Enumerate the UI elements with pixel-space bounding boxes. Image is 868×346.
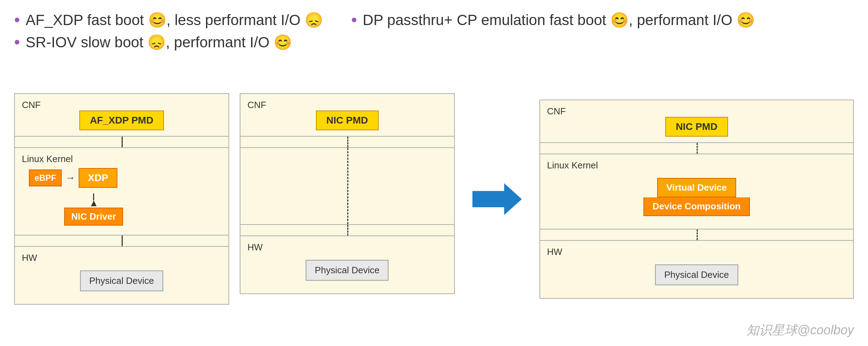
arrow-up-head — [91, 201, 97, 206]
diagram1-ebpf-xdp-row: eBPF → XDP — [29, 168, 117, 188]
bullet-item-1: • AF_XDP fast boot 😊, less performant I/… — [14, 11, 323, 30]
bullets-right: • DP passthru+ CP emulation fast boot 😊,… — [351, 11, 755, 52]
diagram1-hw-label: HW — [22, 252, 37, 263]
diagram1-cnf-layer: CNF AF_XDP PMD — [14, 93, 229, 137]
page-container: • AF_XDP fast boot 😊, less performant I/… — [0, 0, 868, 346]
bullets-row: • AF_XDP fast boot 😊, less performant I/… — [14, 11, 854, 52]
bullet-text-1: AF_XDP fast boot 😊, less performant I/O … — [26, 11, 323, 30]
diagram2-dashed-top — [347, 137, 348, 147]
diagram2-connector-top — [240, 137, 455, 147]
diagram1-ebpf-box: eBPF — [29, 169, 62, 186]
diagram3-connector-top — [539, 143, 854, 154]
diagram3-virtual-device-box: Virtual Device — [657, 178, 736, 197]
bullet-dot-2: • — [14, 34, 20, 50]
diagram3-cnf-inner: NIC PMD — [547, 117, 846, 137]
watermark: 知识星球@coolboy — [746, 322, 854, 339]
diagram1-physical-device-box: Physical Device — [80, 270, 163, 291]
diagram-3: CNF NIC PMD Linux Kernel Virtua — [539, 100, 854, 299]
diagram3-cnf-layer: CNF NIC PMD — [539, 100, 854, 143]
diagram1-cnf-label: CNF — [22, 100, 41, 110]
diagram3-kernel-label: Linux Kernel — [547, 160, 598, 171]
diagram2-physical-device-box: Physical Device — [306, 260, 389, 281]
bullet-text-3: DP passthru+ CP emulation fast boot 😊, p… — [363, 11, 755, 30]
diagram2-cnf-label: CNF — [247, 100, 266, 110]
diagram3-device-composition-box: Device Composition — [643, 197, 750, 216]
diagram2-dashed-bot — [347, 225, 348, 235]
arrow-container — [469, 183, 525, 215]
diagram3-dashed-bot — [697, 229, 698, 240]
diagram1-hw-layer: HW Physical Device — [14, 246, 229, 305]
diagram3-nic-pmd-box: NIC PMD — [665, 117, 728, 137]
diagram3-kernel-content: Virtual Device Device Composition — [547, 171, 846, 223]
diagram1-cnf-inner: AF_XDP PMD — [22, 111, 221, 130]
diagrams-row: CNF AF_XDP PMD Linux Kernel eBPF — [14, 62, 854, 335]
bullet-dot-1: • — [14, 11, 20, 28]
diagram3-physical-device-box: Physical Device — [655, 264, 738, 285]
diagram2-hw-label: HW — [247, 242, 263, 252]
virtual-device-stack: Virtual Device Device Composition — [643, 178, 750, 216]
diagram1-hw-inner: Physical Device — [22, 263, 221, 298]
diagram3-cnf-label: CNF — [547, 106, 566, 117]
bullet-dot-3: • — [351, 11, 357, 28]
diagram-1: CNF AF_XDP PMD Linux Kernel eBPF — [14, 93, 229, 305]
diagram2-cnf-layer: CNF NIC PMD — [240, 93, 455, 137]
diagram1-kernel-content: eBPF → XDP NIC Driver — [22, 165, 221, 229]
connector1 — [14, 137, 229, 147]
diagram1-nic-driver-box: NIC Driver — [64, 208, 123, 226]
bullets-left: • AF_XDP fast boot 😊, less performant I/… — [14, 11, 323, 52]
right-arrow-icon — [472, 183, 522, 215]
diagram2-kernel-layer — [240, 147, 455, 225]
diagram-2: CNF NIC PMD HW — [240, 93, 455, 305]
diagram3-connector-bot — [539, 229, 854, 240]
connector2 — [14, 235, 229, 246]
diagram2-connector-bot — [240, 225, 455, 235]
diagram3-hw-layer: HW Physical Device — [539, 240, 854, 299]
left-diagrams: CNF AF_XDP PMD Linux Kernel eBPF — [14, 93, 455, 305]
bullet-item-2: • SR-IOV slow boot 😞, performant I/O 😊 — [14, 33, 323, 52]
svg-marker-0 — [472, 183, 522, 215]
diagram2-dashed-kernel — [347, 148, 348, 224]
device-composition-label: Device Composition — [653, 201, 741, 211]
bullet-text-2: SR-IOV slow boot 😞, performant I/O 😊 — [26, 33, 292, 52]
bullet-item-3: • DP passthru+ CP emulation fast boot 😊,… — [351, 11, 755, 30]
diagram1-xdp-box: XDP — [79, 168, 117, 188]
diagram3-hw-inner: Physical Device — [547, 257, 846, 292]
diagram2-cnf-inner: NIC PMD — [247, 111, 447, 130]
diagram1-kernel-layer: Linux Kernel eBPF → XDP NIC Driver — [14, 147, 229, 235]
diagram3-hw-label: HW — [547, 246, 562, 257]
diagram2-nic-pmd-box: NIC PMD — [316, 111, 379, 130]
diagram1-nic-driver-area: NIC Driver — [64, 193, 123, 226]
diagram1-kernel-label: Linux Kernel — [22, 154, 73, 164]
arrow-up-line — [93, 193, 94, 201]
diagram1-afxdp-pmd-box: AF_XDP PMD — [79, 111, 164, 130]
diagram2-hw-layer: HW Physical Device — [240, 235, 455, 294]
diagram3-dashed-top — [697, 143, 698, 154]
virtual-device-label: Virtual Device — [666, 182, 727, 193]
diagram2-hw-inner: Physical Device — [247, 253, 447, 288]
diagram3-kernel-layer: Linux Kernel Virtual Device Device Compo… — [539, 154, 854, 229]
arrow-right-ebpf: → — [65, 172, 75, 184]
